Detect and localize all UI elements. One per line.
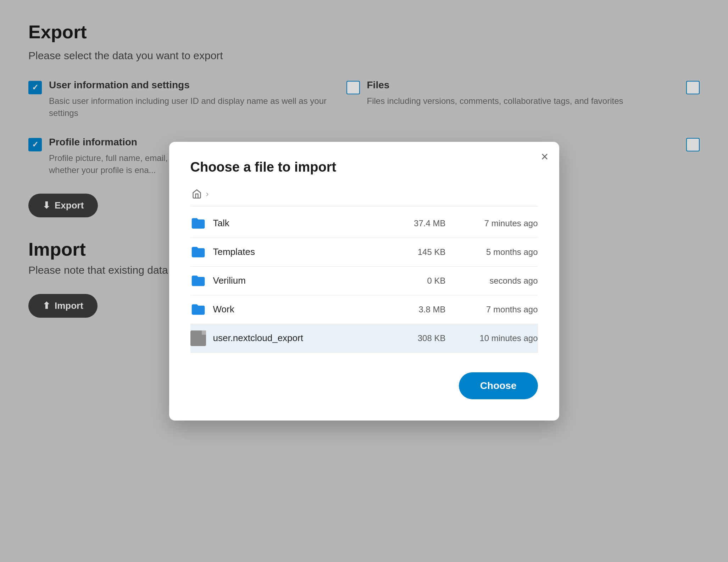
file-size: 37.4 MB [396, 218, 446, 228]
folder-icon [190, 302, 206, 317]
file-name: Verilium [213, 275, 389, 286]
file-list: Talk 37.4 MB 7 minutes ago Templates 145… [190, 209, 538, 358]
file-date: 10 minutes ago [453, 333, 538, 343]
file-row-export[interactable]: user.nextcloud_export 308 KB 10 minutes … [190, 324, 538, 353]
file-name: Talk [213, 218, 389, 229]
file-date: 5 months ago [453, 247, 538, 257]
file-date: 7 minutes ago [453, 218, 538, 228]
folder-icon [190, 216, 206, 231]
folder-icon [190, 273, 206, 289]
modal-footer: Choose [190, 372, 538, 399]
file-size: 145 KB [396, 247, 446, 257]
file-size: 308 KB [396, 333, 446, 343]
file-icon [190, 330, 206, 346]
file-name: user.nextcloud_export [213, 333, 389, 344]
breadcrumb-chevron: › [206, 189, 209, 199]
file-row-templates[interactable]: Templates 145 KB 5 months ago [190, 238, 538, 267]
file-size: 3.8 MB [396, 305, 446, 315]
home-icon[interactable] [190, 188, 203, 200]
folder-icon [190, 244, 206, 260]
file-row-verilium[interactable]: Verilium 0 KB seconds ago [190, 267, 538, 295]
breadcrumb: › [190, 188, 538, 206]
close-button[interactable]: × [541, 150, 548, 163]
file-name: Work [213, 304, 389, 315]
file-date: seconds ago [453, 276, 538, 286]
file-date: 7 months ago [453, 305, 538, 315]
file-row-talk[interactable]: Talk 37.4 MB 7 minutes ago [190, 209, 538, 238]
modal-overlay: × Choose a file to import › Talk 37.4 MB… [0, 0, 728, 562]
file-row-work[interactable]: Work 3.8 MB 7 months ago [190, 295, 538, 324]
choose-button[interactable]: Choose [459, 372, 538, 399]
modal-title: Choose a file to import [190, 160, 538, 175]
file-import-modal: × Choose a file to import › Talk 37.4 MB… [169, 142, 559, 421]
file-name: Templates [213, 246, 389, 257]
file-size: 0 KB [396, 276, 446, 286]
